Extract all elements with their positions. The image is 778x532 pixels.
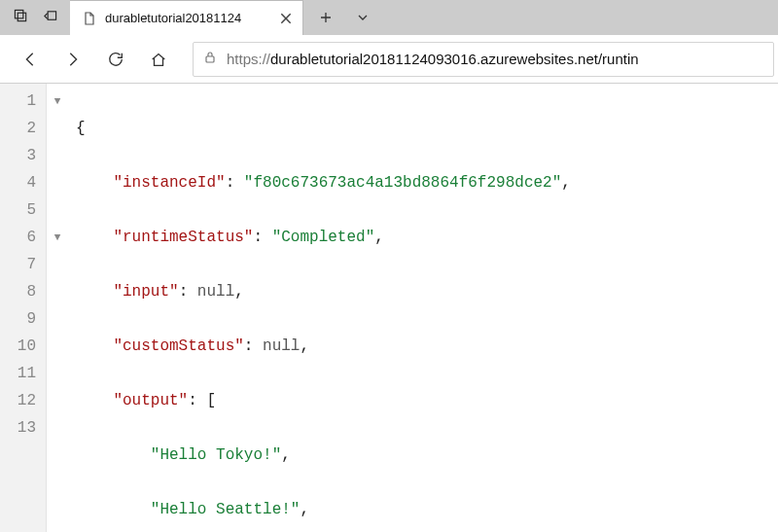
line-number: 4 [0, 169, 36, 196]
address-bar[interactable]: https://durabletutorial20181124093016.az… [193, 42, 774, 77]
svg-rect-1 [18, 13, 25, 20]
line-number: 2 [0, 115, 36, 142]
json-value: "Hello Seattle!" [151, 501, 301, 518]
json-key: "customStatus" [113, 337, 243, 355]
line-number: 6 [0, 224, 36, 251]
line-number: 11 [0, 360, 36, 387]
line-number-gutter: 1 2 3 4 5 6 7 8 9 10 11 12 13 [0, 84, 47, 532]
url-text: https://durabletutorial20181124093016.az… [227, 51, 763, 67]
fold-toggle-icon[interactable]: ▼ [47, 88, 68, 115]
document-icon [82, 11, 97, 26]
url-protocol: https:// [227, 51, 270, 67]
close-tab-icon[interactable] [279, 12, 293, 25]
line-number: 13 [0, 414, 36, 442]
json-viewer: 1 2 3 4 5 6 7 8 9 10 11 12 13 ▼ ▼ { "ins… [0, 84, 778, 532]
nav-toolbar: https://durabletutorial20181124093016.az… [0, 35, 778, 84]
url-host-path: durabletutorial20181124093016.azurewebsi… [270, 51, 639, 67]
show-tab-previews-icon[interactable] [43, 9, 57, 26]
line-number: 5 [0, 196, 36, 224]
line-number: 1 [0, 88, 36, 115]
line-number: 10 [0, 333, 36, 360]
fold-toggle-icon[interactable]: ▼ [47, 224, 68, 251]
line-number: 8 [0, 278, 36, 305]
forward-button[interactable] [53, 39, 93, 80]
svg-rect-0 [15, 10, 22, 18]
tab-preview-toggle[interactable] [346, 1, 379, 34]
line-number: 12 [0, 387, 36, 414]
back-button[interactable] [10, 39, 51, 80]
line-number: 9 [0, 305, 36, 333]
json-value: null [197, 283, 234, 301]
json-value: "f80c673673ac4a13bd8864f6f298dce2" [244, 174, 561, 192]
svg-rect-2 [48, 12, 55, 19]
titlebar-left-icons [0, 0, 70, 35]
browser-tab[interactable]: durabletutorial20181124 [70, 0, 303, 35]
svg-rect-3 [206, 56, 214, 62]
new-tab-button[interactable] [309, 1, 342, 34]
home-button[interactable] [138, 39, 179, 80]
lock-icon [203, 51, 217, 67]
json-value: "Hello Tokyo!" [151, 446, 281, 464]
code-area[interactable]: { "instanceId": "f80c673673ac4a13bd8864f… [68, 84, 778, 532]
json-value: null [263, 337, 300, 355]
tab-title: durabletutorial20181124 [105, 11, 271, 25]
fold-gutter: ▼ ▼ [47, 84, 68, 532]
json-key: "input" [113, 283, 178, 301]
set-aside-tabs-icon[interactable] [14, 9, 28, 26]
json-key: "output" [113, 392, 188, 409]
line-number: 3 [0, 142, 36, 169]
json-value: "Completed" [272, 229, 375, 246]
tab-actions [303, 0, 385, 35]
line-number: 7 [0, 251, 36, 278]
json-key: "instanceId" [113, 174, 225, 192]
window-titlebar: durabletutorial20181124 [0, 0, 778, 35]
json-key: "runtimeStatus" [113, 229, 253, 246]
refresh-button[interactable] [95, 39, 136, 80]
